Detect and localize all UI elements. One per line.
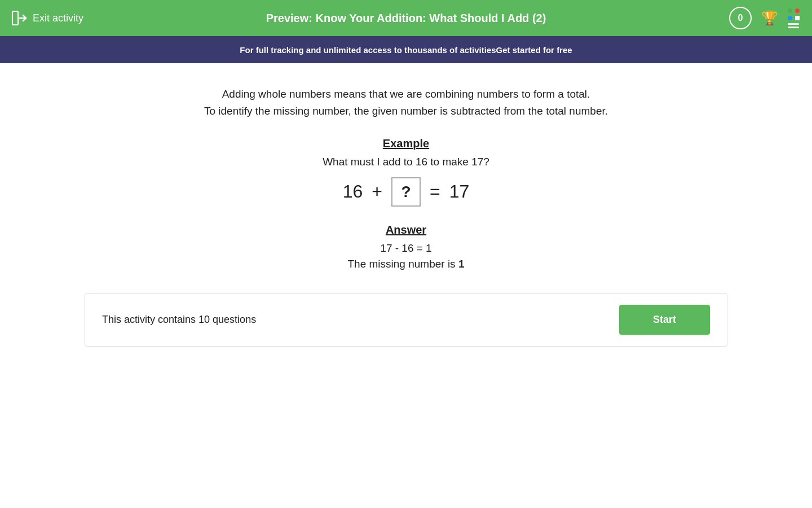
- example-title: Example: [11, 137, 801, 150]
- equation-num2: 17: [449, 181, 470, 202]
- intro-block: Adding whole numbers means that we are c…: [11, 86, 801, 120]
- exit-label: Exit activity: [33, 12, 83, 24]
- exit-activity-button[interactable]: Exit activity: [11, 10, 83, 26]
- menu-dots-grid: [788, 8, 801, 21]
- main-content: Adding whole numbers means that we are c…: [0, 63, 812, 358]
- example-section: Example What must I add to 16 to make 17…: [11, 137, 801, 207]
- answer-title: Answer: [11, 224, 801, 237]
- bottom-card: This activity contains 10 questions Star…: [85, 293, 727, 347]
- dot-green: [788, 8, 792, 13]
- answer-section: Answer 17 - 16 = 1 The missing number is…: [11, 224, 801, 270]
- dot-red-x: [795, 8, 800, 13]
- example-question: What must I add to 16 to make 17?: [11, 156, 801, 168]
- equation: 16 + ? = 17: [11, 177, 801, 207]
- sub-header-text: For full tracking and unlimited access t…: [240, 45, 496, 55]
- header-actions: 0 🏆: [729, 7, 801, 29]
- dot-blue: [788, 16, 792, 20]
- answer-missing-value: 1: [458, 258, 465, 270]
- dash-line-1: [788, 23, 799, 25]
- app-header: Exit activity Preview: Know Your Additio…: [0, 0, 812, 36]
- menu-button[interactable]: [788, 8, 801, 28]
- question-box: ?: [391, 177, 421, 207]
- score-badge: 0: [729, 7, 752, 29]
- start-button[interactable]: Start: [619, 305, 710, 335]
- trophy-icon[interactable]: 🏆: [758, 7, 781, 29]
- equation-op1: +: [372, 181, 382, 202]
- answer-missing: The missing number is 1: [11, 258, 801, 270]
- equation-num1: 16: [343, 181, 363, 202]
- answer-calculation: 17 - 16 = 1: [11, 242, 801, 255]
- intro-line2: To identify the missing number, the give…: [11, 103, 801, 120]
- dash-line: [795, 16, 800, 20]
- page-title: Preview: Know Your Addition: What Should…: [266, 12, 546, 25]
- intro-line1: Adding whole numbers means that we are c…: [11, 86, 801, 103]
- dash-line-2: [788, 27, 799, 28]
- equation-op2: =: [430, 181, 440, 202]
- sub-header-cta[interactable]: Get started for free: [496, 45, 572, 55]
- sub-header-banner: For full tracking and unlimited access t…: [0, 36, 812, 63]
- exit-icon: [11, 10, 27, 26]
- answer-missing-prefix: The missing number is: [348, 258, 458, 270]
- questions-info: This activity contains 10 questions: [102, 314, 256, 326]
- svg-rect-0: [12, 11, 18, 25]
